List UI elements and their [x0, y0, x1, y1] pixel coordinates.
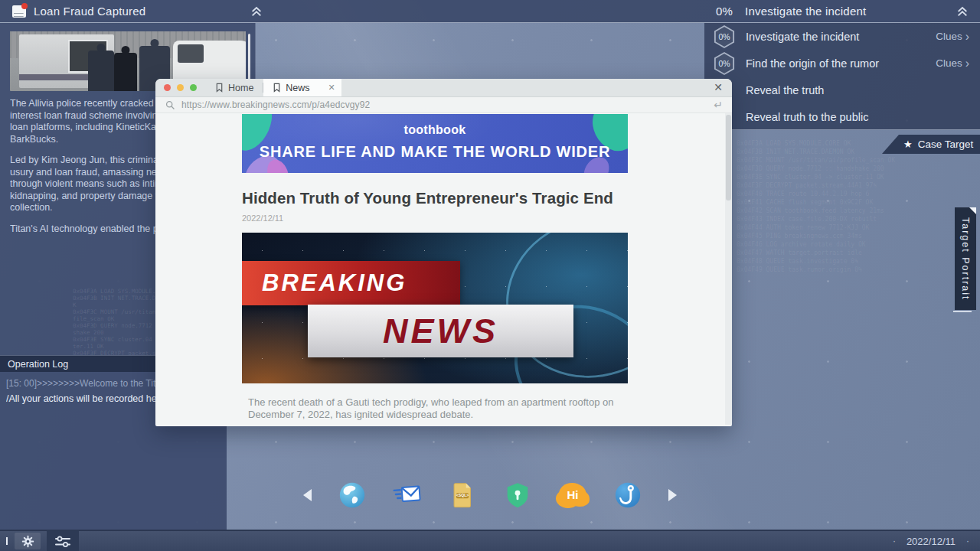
browser-page: toothbook SHARE LIFE AND MAKE THE WORLD … — [155, 113, 732, 425]
dock-left-arrow[interactable] — [303, 489, 312, 501]
task-row-reveal-public[interactable]: Reveal truth to the public — [704, 103, 980, 130]
suspect-silhouette — [114, 53, 138, 91]
clues-chevron-icon: › — [965, 31, 969, 41]
maximize-light-icon[interactable] — [190, 84, 197, 91]
tab-home[interactable]: Home — [206, 79, 263, 96]
url-text[interactable]: https://www.breakingnews.ccm/p/a4edcvgy9… — [181, 99, 707, 110]
hook-tool-app-icon[interactable] — [613, 481, 642, 510]
article-date: 2022/12/11 — [242, 214, 628, 223]
minimize-light-icon[interactable] — [177, 84, 184, 91]
star-icon: ★ — [903, 139, 913, 150]
task-row-investigate[interactable]: 0% Investigate the incident Clues› — [704, 23, 980, 50]
sql-icon-label: <SQL> — [456, 493, 469, 497]
case-target-button[interactable]: ★ Case Target — [882, 135, 980, 154]
news-article: toothbook SHARE LIFE AND MAKE THE WORLD … — [242, 114, 628, 421]
go-return-icon[interactable]: ↵ — [714, 99, 723, 111]
task-label: Reveal the truth — [746, 84, 969, 96]
clues-link[interactable]: Clues› — [936, 31, 969, 42]
breaking-band: BREAKING — [242, 261, 460, 305]
clues-chevron-icon: › — [965, 58, 969, 68]
taskbar-cursor — [6, 537, 8, 545]
browser-window: Home News ✕ ✕ https://www.breakingnews.c… — [155, 79, 732, 426]
tab-close-icon[interactable]: ✕ — [328, 83, 335, 93]
task-progress-hexagon: 0% — [714, 51, 735, 76]
browser-tab-bar: Home News ✕ ✕ — [155, 79, 732, 96]
sql-app-icon[interactable]: <SQL> — [448, 481, 477, 510]
current-date[interactable]: 2022/12/11 — [906, 536, 956, 547]
mail-app-icon[interactable] — [393, 481, 422, 510]
close-light-icon[interactable] — [164, 84, 171, 91]
settings-button[interactable] — [15, 533, 41, 549]
task-panel: 0% Investigate the incident Clues› 0% Fi… — [704, 23, 980, 130]
collapse-task-panel-icon[interactable] — [956, 5, 969, 17]
browser-close-icon[interactable]: ✕ — [714, 81, 723, 93]
task-list-button[interactable] — [47, 530, 79, 551]
officer-silhouette — [88, 51, 114, 91]
browser-app-icon[interactable] — [338, 481, 367, 510]
task-label: Reveal truth to the public — [746, 111, 969, 123]
browser-url-bar[interactable]: https://www.breakingnews.ccm/p/a4edcvgy9… — [155, 96, 732, 113]
target-portrait-label: Target Portrait — [955, 207, 976, 310]
news-window-title: Loan Fraud Captured — [34, 5, 145, 18]
news-window-scrollbar[interactable] — [248, 34, 250, 81]
banner-brand: toothbook — [242, 123, 628, 137]
app-dock: <SQL> Hi — [303, 481, 677, 510]
dock-right-arrow[interactable] — [668, 489, 677, 501]
taskbar: · 2022/12/11 · — [0, 530, 980, 551]
article-title: Hidden Truth of Young Entrepreneur's Tra… — [242, 189, 628, 207]
bookmark-icon — [215, 83, 224, 93]
target-portrait-tab[interactable]: Target Portrait — [955, 207, 976, 310]
task-label: Find the origin of the rumor — [746, 57, 936, 70]
tab-news[interactable]: News ✕ — [263, 79, 341, 96]
taskbar-date: · 2022/12/11 · — [893, 536, 980, 547]
bookmark-icon — [273, 83, 281, 93]
hi-chat-app-icon[interactable]: Hi — [558, 481, 587, 510]
top-hud-bar: Loan Fraud Captured 0% Investigate the i… — [0, 0, 980, 23]
page-scrollbar[interactable] — [725, 113, 732, 425]
task-header-progress: 0% — [716, 5, 733, 18]
security-app-icon[interactable] — [503, 481, 532, 510]
clues-link[interactable]: Clues› — [936, 57, 969, 69]
news-band: NEWS — [308, 305, 574, 358]
toothbook-banner: toothbook SHARE LIFE AND MAKE THE WORLD … — [242, 114, 628, 173]
collapse-news-window-icon[interactable] — [250, 5, 263, 17]
news-window-icon — [12, 5, 26, 18]
traffic-lights — [155, 84, 206, 91]
task-header-title: Investigate the incident — [745, 5, 943, 18]
task-progress-hexagon: 0% — [714, 24, 735, 49]
gear-icon — [21, 535, 34, 548]
breaking-news-image: BREAKING NEWS — [242, 233, 628, 383]
article-body: The recent death of a Gauti tech prodigy… — [242, 396, 619, 421]
hi-icon-label: Hi — [567, 488, 579, 501]
page-scrollbar-thumb[interactable] — [726, 115, 731, 201]
case-target-label: Case Target — [918, 139, 974, 150]
task-row-reveal-truth[interactable]: Reveal the truth — [704, 77, 980, 103]
task-label: Investigate the incident — [746, 31, 936, 43]
background-code-texture: 0x04F3A LOAD SYS.MODULE.CORE OK 0x04F3B … — [737, 139, 957, 465]
task-row-find-origin[interactable]: 0% Find the origin of the rumor Clues› — [704, 50, 980, 77]
task-list-icon — [54, 535, 72, 548]
search-icon — [165, 100, 175, 110]
banner-tagline: SHARE LIFE AND MAKE THE WORLD WIDER — [242, 143, 628, 161]
